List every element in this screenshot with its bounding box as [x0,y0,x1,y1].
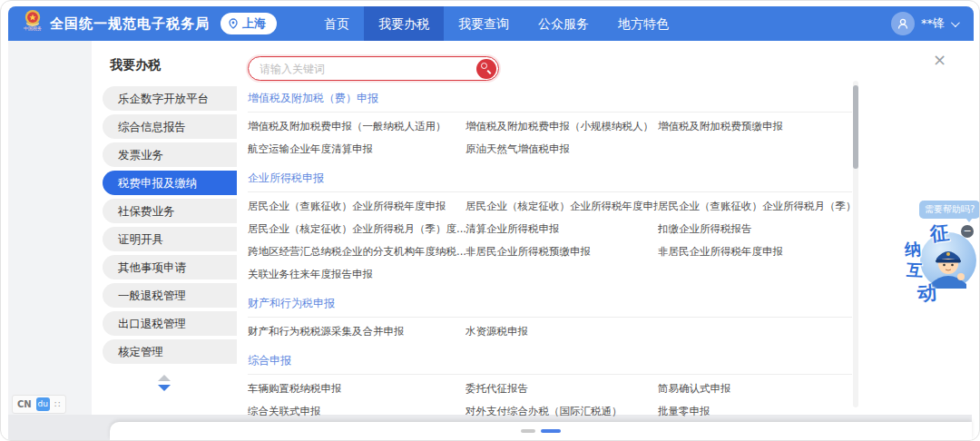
menu-item-link[interactable]: 对外支付综合办税（国际汇税通） [466,400,658,423]
location-label: 上海 [242,15,266,32]
menu-item-link[interactable]: 清算企业所得税申报 [466,218,658,240]
menu-item-link[interactable]: 扣缴企业所得税报告 [658,218,852,240]
ime-language-label[interactable]: CN [17,399,32,409]
assistant-bubble[interactable]: 需要帮助吗? [919,201,980,219]
app-window: 中国税务 全国统一规范电子税务局 上海 首页 我要办税 我要查询 公众服务 地方… [0,0,980,441]
chevron-down-icon [951,18,960,27]
menu-item-link[interactable]: 增值税及附加税费申报（一般纳税人适用） [248,115,466,138]
menu-item-link[interactable]: 关联业务往来年度报告申报 [248,263,466,286]
nav-item[interactable]: 公众服务 [524,6,603,41]
section-items: 增值税及附加税费申报（一般纳税人适用）增值税及附加税费申报（小规模纳税人）增值税… [248,113,852,161]
sidebar-menu: 乐企数字开放平台 综合信息报告 发票业务 税费申报及缴纳 社保费业务 证明开具 … [92,86,237,364]
section-title: 综合申报 [248,354,852,375]
sidebar: 我要办税 乐企数字开放平台 综合信息报告 发票业务 税费申报及缴纳 社保费业务 … [92,41,237,415]
assistant-char: 互 [906,260,923,282]
assistant-char: 纳 [904,238,922,260]
assistant-char: 动 [916,279,936,306]
menu-sections: 增值税及附加税（费）申报 增值税及附加税费申报（一般纳税人适用）增值税及附加税费… [248,86,852,434]
page-down-icon[interactable] [158,385,171,391]
sidebar-item[interactable]: 出口退税管理 [103,311,237,336]
search-input[interactable] [249,63,476,75]
section-items: 居民企业（查账征收）企业所得税年度申报居民企业（核定征收）企业所得税年度申报居民… [248,192,852,286]
location-selector[interactable]: 上海 [220,13,277,34]
mega-menu-panel: × 增值税及附加税（费）申报 增值税及附加税费申报（一般纳税人适用）增值税及附加… [237,41,972,415]
section-items: 财产和行为税税源采集及合并申报水资源税申报 [248,318,852,343]
menu-item-link[interactable]: 委托代征报告 [466,377,658,400]
assistant-widget: 需要帮助吗? − 征 纳 互 动 [897,199,980,304]
sidebar-item[interactable]: 综合信息报告 [103,114,237,139]
user-menu[interactable]: **锋 [891,12,957,35]
nav-item[interactable]: 首页 [309,6,364,41]
nav-item[interactable]: 我要查询 [444,6,524,41]
menu-item-link[interactable]: 居民企业（查账征收）企业所得税年度申报 [248,195,466,218]
user-avatar [891,12,915,35]
menu-item-link[interactable]: 非居民企业所得税年度申报 [658,240,852,263]
menu-item-link[interactable]: 水资源税申报 [466,320,658,343]
sidebar-heading: 我要办税 [110,57,237,74]
ime-brand-badge[interactable]: du [36,397,50,411]
section-vat: 增值税及附加税（费）申报 增值税及附加税费申报（一般纳税人适用）增值税及附加税费… [248,92,852,161]
sidebar-item[interactable]: 核定管理 [103,339,237,364]
app-title: 全国统一规范电子税务局 [50,15,210,33]
sidebar-item[interactable]: 乐企数字开放平台 [103,86,237,111]
menu-item-link[interactable]: 车辆购置税纳税申报 [248,377,466,400]
section-title: 企业所得税申报 [248,172,852,192]
menu-item-link[interactable]: 非居民企业所得税预缴申报 [466,240,658,263]
menu-item-link[interactable]: 简易确认式申报 [658,377,852,400]
search-icon-handle [486,70,491,74]
search-icon [481,63,487,69]
tax-emblem-icon [23,9,43,27]
tax-emblem-logo: 中国税务 [21,9,44,38]
menu-item-link[interactable]: 财产和行为税税源采集及合并申报 [248,320,466,343]
section-items: 车辆购置税纳税申报委托代征报告简易确认式申报综合关联式申报对外支付综合办税（国际… [248,375,852,423]
section-comprehensive: 综合申报 车辆购置税纳税申报委托代征报告简易确认式申报综合关联式申报对外支付综合… [248,354,852,423]
menu-item-link[interactable]: 原油天然气增值税申报 [466,138,658,161]
menu-item-link[interactable]: 居民企业（核定征收）企业所得税年度申报 [466,195,658,218]
ime-tools-icon[interactable]: ∷ [54,399,61,409]
nav-item[interactable]: 地方特色 [603,6,683,41]
top-header: 中国税务 全国统一规范电子税务局 上海 首页 我要办税 我要查询 公众服务 地方… [8,6,974,41]
section-title: 增值税及附加税（费）申报 [248,92,852,113]
search-button[interactable] [476,59,496,79]
sidebar-item[interactable]: 证明开具 [103,227,237,251]
section-property-behavior-tax: 财产和行为税申报 财产和行为税税源采集及合并申报水资源税申报 [248,297,852,343]
menu-item-link[interactable]: 跨地区经营汇总纳税企业的分支机构年度纳税... [248,240,466,263]
scrollbar-thumb[interactable] [853,85,858,169]
sidebar-item[interactable]: 其他事项申请 [103,255,237,279]
menu-item-link[interactable]: 居民企业（核定征收）企业所得税月（季）度... [248,218,466,240]
logo-subtext: 中国税务 [24,25,42,32]
nav-item[interactable]: 我要办税 [364,6,444,41]
sidebar-item[interactable]: 税费申报及缴纳 [103,171,237,195]
scrollbar-track[interactable] [853,81,858,407]
section-corporate-income-tax: 企业所得税申报 居民企业（查账征收）企业所得税年度申报居民企业（核定征收）企业所… [248,172,852,286]
menu-item-link[interactable]: 批量零申报 [658,400,852,423]
user-icon [897,17,909,30]
menu-item-link[interactable]: 综合关联式申报 [248,400,466,423]
ime-toolbar: CN du ∷ [12,395,66,414]
menu-item-link[interactable]: 航空运输企业年度清算申报 [248,138,466,161]
search-box [248,56,499,81]
sidebar-item[interactable]: 社保费业务 [103,199,237,223]
user-name: **锋 [921,15,945,32]
assistant-char: 征 [929,220,951,247]
location-pin-icon [228,18,239,29]
section-title: 财产和行为税申报 [248,297,852,318]
menu-item-link[interactable]: 增值税及附加税费预缴申报 [658,115,852,138]
sidebar-pager [92,375,237,391]
sidebar-item[interactable]: 一般退税管理 [103,283,237,308]
sidebar-item[interactable]: 发票业务 [103,142,237,167]
menu-item-link[interactable]: 增值税及附加税费申报（小规模纳税人） [466,115,658,138]
page-up-icon[interactable] [158,375,171,381]
menu-item-link[interactable]: 居民企业（查账征收）企业所得税月（季）度... [658,195,852,218]
main-nav: 首页 我要办税 我要查询 公众服务 地方特色 [309,6,683,41]
left-gutter [8,41,92,415]
close-icon[interactable]: × [933,52,946,68]
